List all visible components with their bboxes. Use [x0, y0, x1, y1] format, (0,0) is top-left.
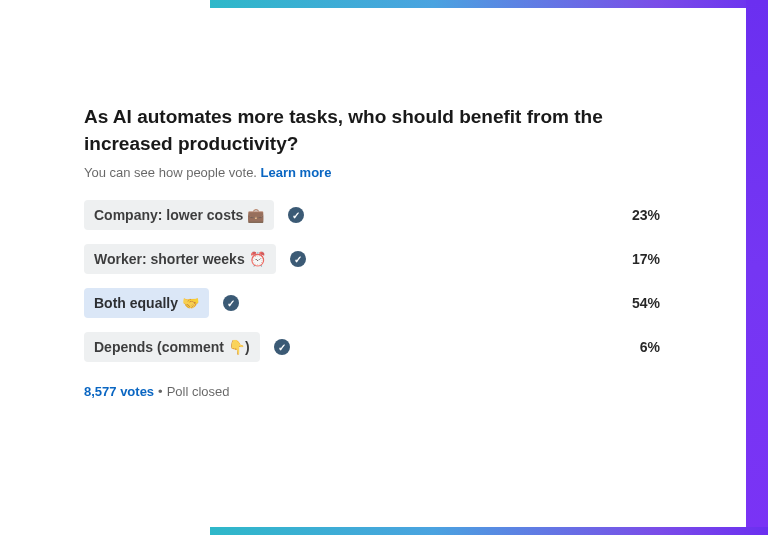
verified-check-icon: ✓ — [288, 207, 304, 223]
poll-footer: 8,577 votes•Poll closed — [84, 384, 666, 399]
poll-option-percent: 17% — [632, 251, 666, 267]
poll-subtext: You can see how people vote. Learn more — [84, 165, 666, 180]
poll-subtext-text: You can see how people vote. — [84, 165, 261, 180]
poll-question: As AI automates more tasks, who should b… — [84, 104, 666, 157]
pointing-down-icon: 👇 — [228, 339, 245, 355]
poll-options: Company: lower costs 💼 ✓ 23% Worker: sho… — [84, 198, 666, 364]
separator-dot: • — [158, 384, 163, 399]
poll-option[interactable]: Depends (comment👇) ✓ — [84, 332, 640, 362]
poll-option-label: Depends (comment — [94, 339, 224, 355]
poll-status: Poll closed — [167, 384, 230, 399]
poll-option[interactable]: Company: lower costs 💼 ✓ — [84, 200, 632, 230]
poll-option-row: Depends (comment👇) ✓ 6% — [84, 330, 666, 364]
poll-option[interactable]: Worker: shorter weeks ⏰ ✓ — [84, 244, 632, 274]
verified-check-icon: ✓ — [274, 339, 290, 355]
poll-option-bar: Depends (comment👇) — [84, 332, 260, 362]
learn-more-link[interactable]: Learn more — [261, 165, 332, 180]
poll-option-label: Worker: shorter weeks — [94, 251, 245, 267]
poll-option-percent: 6% — [640, 339, 666, 355]
handshake-icon: 🤝 — [182, 295, 199, 311]
poll-option-label: Both equally — [94, 295, 178, 311]
poll-option-bar: Both equally 🤝 — [84, 288, 209, 318]
poll-option-bar: Worker: shorter weeks ⏰ — [84, 244, 276, 274]
poll-option-percent: 54% — [632, 295, 666, 311]
briefcase-icon: 💼 — [247, 207, 264, 223]
verified-check-icon: ✓ — [223, 295, 239, 311]
poll-card: As AI automates more tasks, who should b… — [0, 8, 746, 527]
poll-option-row: Company: lower costs 💼 ✓ 23% — [84, 198, 666, 232]
poll-option-label-close: ) — [245, 339, 250, 355]
poll-option-percent: 23% — [632, 207, 666, 223]
poll-option-bar: Company: lower costs 💼 — [84, 200, 274, 230]
poll-option[interactable]: Both equally 🤝 ✓ — [84, 288, 632, 318]
votes-link[interactable]: 8,577 votes — [84, 384, 154, 399]
poll-option-label: Company: lower costs — [94, 207, 243, 223]
poll-option-row: Both equally 🤝 ✓ 54% — [84, 286, 666, 320]
verified-check-icon: ✓ — [290, 251, 306, 267]
poll-option-row: Worker: shorter weeks ⏰ ✓ 17% — [84, 242, 666, 276]
alarm-clock-icon: ⏰ — [249, 251, 266, 267]
